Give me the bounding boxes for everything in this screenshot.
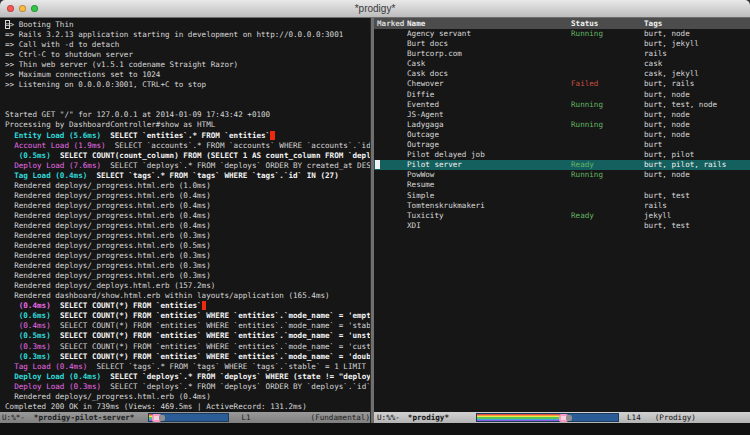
echo-area[interactable] bbox=[0, 423, 750, 435]
modeline-flags: U:%*- bbox=[2, 412, 25, 423]
marked-cell bbox=[377, 130, 407, 140]
process-row[interactable]: Tomtenskrukmakerirails bbox=[374, 201, 750, 211]
marked-cell bbox=[377, 211, 407, 221]
process-name: Burtcorp.com bbox=[407, 49, 571, 59]
marked-cell bbox=[377, 100, 407, 110]
process-row[interactable]: Outrageburt bbox=[374, 140, 750, 150]
marked-cell bbox=[377, 49, 407, 59]
process-status bbox=[571, 180, 644, 190]
line-indicator: L1 bbox=[241, 412, 250, 423]
marked-cell bbox=[377, 79, 407, 89]
pane-server-log[interactable]: => Booting Thin=> Rails 3.2.13 applicati… bbox=[0, 18, 370, 423]
process-row[interactable]: Burt docsburt, jekyll bbox=[374, 39, 750, 49]
process-row[interactable]: Pilot delayed jobburt, pilot bbox=[374, 150, 750, 160]
process-row[interactable]: Resume bbox=[374, 180, 750, 190]
process-name: Agency servant bbox=[407, 29, 571, 39]
process-row[interactable]: Diffieburt, node bbox=[374, 90, 750, 100]
line-indicator: L14 bbox=[627, 412, 641, 423]
log-line: Deploy Load (7.6ms) SELECT `deploys`.* F… bbox=[5, 161, 370, 171]
process-tags: cask bbox=[644, 59, 750, 69]
marked-cell bbox=[377, 140, 407, 150]
marked-cell bbox=[377, 29, 407, 39]
major-mode: (Prodigy) bbox=[655, 412, 696, 423]
minimize-button[interactable] bbox=[19, 5, 26, 12]
process-name: Outcage bbox=[407, 130, 571, 140]
log-line: Entity Load (5.6ms) SELECT `entities`.* … bbox=[5, 131, 370, 141]
log-line: Rendered deploys/_progress.html.erb (0.4… bbox=[5, 201, 370, 211]
process-row[interactable]: XDIburt, test bbox=[374, 221, 750, 231]
process-tags: burt, node bbox=[644, 110, 750, 120]
log-line: Completed 200 OK in 739ms (Views: 469.5m… bbox=[5, 402, 370, 412]
process-row[interactable]: EventedRunningburt, test, node bbox=[374, 100, 750, 110]
buffer-name: *prodigy-pilot-server* bbox=[34, 412, 135, 423]
cursor-block bbox=[375, 160, 380, 169]
process-row[interactable]: LadygagaRunningburt, node bbox=[374, 120, 750, 130]
major-mode: (Fundamental) bbox=[311, 412, 370, 423]
process-status: Ready bbox=[571, 211, 644, 221]
process-tags: cask, jekyll bbox=[644, 69, 750, 79]
process-tags: burt, node bbox=[644, 90, 750, 100]
marked-cell bbox=[377, 170, 407, 180]
marked-cell bbox=[377, 59, 407, 69]
process-tags: burt, node bbox=[644, 170, 750, 180]
process-status bbox=[571, 110, 644, 120]
process-row[interactable]: ChewoverFailedburt, rails bbox=[374, 79, 750, 89]
process-row[interactable]: Simpleburt, test bbox=[374, 191, 750, 201]
process-row[interactable]: Pilot serverReadyburt, pilot, rails bbox=[374, 160, 750, 170]
nyan-progress-bar bbox=[148, 413, 229, 422]
marked-cell bbox=[377, 150, 407, 160]
marked-cell bbox=[377, 191, 407, 201]
server-log: => Booting Thin=> Rails 3.2.13 applicati… bbox=[0, 18, 370, 412]
process-status: Failed bbox=[571, 79, 644, 89]
process-status bbox=[571, 201, 644, 211]
nyan-progress-bar bbox=[476, 413, 619, 422]
process-row[interactable]: Burtcorp.comrails bbox=[374, 49, 750, 59]
process-name: Tomtenskrukmakeri bbox=[407, 201, 571, 211]
process-name: Cask bbox=[407, 59, 571, 69]
process-name: Outrage bbox=[407, 140, 571, 150]
process-row[interactable]: Agency servantRunningburt, node bbox=[374, 29, 750, 39]
process-row[interactable]: JS-Agentburt, node bbox=[374, 110, 750, 120]
process-status: Running bbox=[571, 29, 644, 39]
process-row[interactable]: Outcageburt, node bbox=[374, 130, 750, 140]
nyan-cat-icon bbox=[559, 414, 572, 422]
process-name: Burt docs bbox=[407, 39, 571, 49]
process-name: Tuxicity bbox=[407, 211, 571, 221]
window-title: *prodigy* bbox=[355, 3, 396, 14]
log-line bbox=[5, 100, 370, 110]
process-status bbox=[571, 191, 644, 201]
close-button[interactable] bbox=[7, 5, 14, 12]
process-row[interactable]: Cask docscask, jekyll bbox=[374, 69, 750, 79]
process-row[interactable]: Caskcask bbox=[374, 59, 750, 69]
process-tags: burt, test bbox=[644, 221, 750, 231]
header-tags: Tags bbox=[644, 18, 750, 29]
modeline-server-log: U:%*- *prodigy-pilot-server* L1 (Fundame… bbox=[0, 412, 370, 423]
process-tags: burt, test, node bbox=[644, 100, 750, 110]
marked-cell bbox=[377, 221, 407, 231]
nyan-rainbow-trail bbox=[477, 414, 559, 421]
marked-cell bbox=[377, 201, 407, 211]
log-line: Rendered deploys/_deploys.html.erb (157.… bbox=[5, 281, 370, 291]
process-row[interactable]: TuxicityReadyjekyll bbox=[374, 211, 750, 221]
process-name: Simple bbox=[407, 191, 571, 201]
process-name: Ladygaga bbox=[407, 120, 571, 130]
log-line: Started GET "/" for 127.0.0.1 at 2014-01… bbox=[5, 110, 370, 120]
process-row[interactable]: PowWowRunningburt, node bbox=[374, 170, 750, 180]
process-tags: burt, test bbox=[644, 191, 750, 201]
process-tags: burt, node bbox=[644, 120, 750, 130]
log-line: Rendered deploys/_progress.html.erb (0.3… bbox=[5, 261, 370, 271]
titlebar[interactable]: *prodigy* bbox=[0, 0, 750, 18]
log-line: Rendered deploys/_progress.html.erb (0.4… bbox=[5, 392, 370, 402]
zoom-button[interactable] bbox=[31, 5, 38, 12]
modeline-prodigy: U:%%- *prodigy* L14 (Prodigy) bbox=[374, 412, 750, 423]
process-name: Cask docs bbox=[407, 69, 571, 79]
process-status: Running bbox=[571, 120, 644, 130]
log-line: Rendered deploys/_progress.html.erb (1.0… bbox=[5, 181, 370, 191]
log-line: Account Load (1.9ms) SELECT `accounts`.*… bbox=[5, 141, 370, 151]
log-line: (0.4ms) SELECT COUNT(*) FROM `entities` … bbox=[5, 321, 370, 331]
pane-prodigy[interactable]: Marked Name Status Tags Agency servantRu… bbox=[374, 18, 750, 423]
process-name: XDI bbox=[407, 221, 571, 231]
process-status bbox=[571, 130, 644, 140]
log-line: Deploy Load (0.4ms) SELECT `deploys`.* F… bbox=[5, 372, 370, 382]
log-line: Tag Load (0.4ms) SELECT `tags`.* FROM `t… bbox=[5, 171, 370, 181]
